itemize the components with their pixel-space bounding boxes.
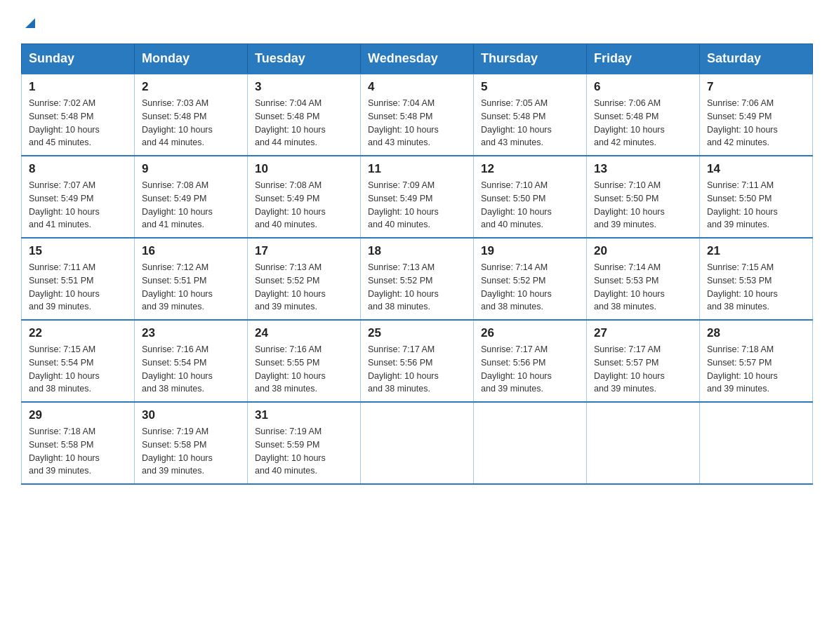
day-number: 10 [255, 162, 353, 176]
day-info: Sunrise: 7:18 AM Sunset: 5:57 PM Dayligh… [707, 343, 805, 396]
day-info: Sunrise: 7:09 AM Sunset: 5:49 PM Dayligh… [368, 179, 466, 232]
day-info: Sunrise: 7:18 AM Sunset: 5:58 PM Dayligh… [29, 425, 127, 478]
day-info: Sunrise: 7:19 AM Sunset: 5:59 PM Dayligh… [255, 425, 353, 478]
day-info: Sunrise: 7:10 AM Sunset: 5:50 PM Dayligh… [481, 179, 579, 232]
day-number: 20 [594, 244, 692, 258]
header-day-sunday: Sunday [22, 44, 135, 74]
day-cell: 1 Sunrise: 7:02 AM Sunset: 5:48 PM Dayli… [22, 74, 135, 156]
week-row-2: 8 Sunrise: 7:07 AM Sunset: 5:49 PM Dayli… [22, 156, 813, 238]
day-cell: 7 Sunrise: 7:06 AM Sunset: 5:49 PM Dayli… [700, 74, 813, 156]
day-number: 19 [481, 244, 579, 258]
day-info: Sunrise: 7:14 AM Sunset: 5:53 PM Dayligh… [594, 261, 692, 314]
day-info: Sunrise: 7:16 AM Sunset: 5:55 PM Dayligh… [255, 343, 353, 396]
day-cell: 12 Sunrise: 7:10 AM Sunset: 5:50 PM Dayl… [474, 156, 587, 238]
day-info: Sunrise: 7:02 AM Sunset: 5:48 PM Dayligh… [29, 97, 127, 149]
header-day-thursday: Thursday [474, 44, 587, 74]
header-day-saturday: Saturday [700, 44, 813, 74]
day-number: 2 [142, 80, 240, 94]
day-number: 5 [481, 80, 579, 94]
header-day-wednesday: Wednesday [361, 44, 474, 74]
day-number: 11 [368, 162, 466, 176]
day-info: Sunrise: 7:10 AM Sunset: 5:50 PM Dayligh… [594, 179, 692, 232]
header-day-friday: Friday [587, 44, 700, 74]
day-info: Sunrise: 7:04 AM Sunset: 5:48 PM Dayligh… [255, 97, 353, 149]
day-cell [700, 402, 813, 484]
day-info: Sunrise: 7:07 AM Sunset: 5:49 PM Dayligh… [29, 179, 127, 232]
day-number: 8 [29, 162, 127, 176]
header-row: SundayMondayTuesdayWednesdayThursdayFrid… [22, 44, 813, 74]
day-info: Sunrise: 7:13 AM Sunset: 5:52 PM Dayligh… [255, 261, 353, 314]
day-cell: 18 Sunrise: 7:13 AM Sunset: 5:52 PM Dayl… [361, 238, 474, 320]
day-info: Sunrise: 7:17 AM Sunset: 5:56 PM Dayligh… [481, 343, 579, 396]
day-number: 1 [29, 80, 127, 94]
day-cell: 3 Sunrise: 7:04 AM Sunset: 5:48 PM Dayli… [248, 74, 361, 156]
day-cell: 19 Sunrise: 7:14 AM Sunset: 5:52 PM Dayl… [474, 238, 587, 320]
day-cell: 6 Sunrise: 7:06 AM Sunset: 5:48 PM Dayli… [587, 74, 700, 156]
day-cell: 26 Sunrise: 7:17 AM Sunset: 5:56 PM Dayl… [474, 320, 587, 402]
day-info: Sunrise: 7:03 AM Sunset: 5:48 PM Dayligh… [142, 97, 240, 149]
day-number: 4 [368, 80, 466, 94]
day-cell: 17 Sunrise: 7:13 AM Sunset: 5:52 PM Dayl… [248, 238, 361, 320]
week-row-4: 22 Sunrise: 7:15 AM Sunset: 5:54 PM Dayl… [22, 320, 813, 402]
day-number: 7 [707, 80, 805, 94]
logo [21, 14, 38, 31]
header-day-tuesday: Tuesday [248, 44, 361, 74]
day-cell: 11 Sunrise: 7:09 AM Sunset: 5:49 PM Dayl… [361, 156, 474, 238]
day-info: Sunrise: 7:15 AM Sunset: 5:53 PM Dayligh… [707, 261, 805, 314]
day-cell: 31 Sunrise: 7:19 AM Sunset: 5:59 PM Dayl… [248, 402, 361, 484]
day-number: 12 [481, 162, 579, 176]
day-cell: 8 Sunrise: 7:07 AM Sunset: 5:49 PM Dayli… [22, 156, 135, 238]
day-number: 14 [707, 162, 805, 176]
day-cell: 4 Sunrise: 7:04 AM Sunset: 5:48 PM Dayli… [361, 74, 474, 156]
day-info: Sunrise: 7:06 AM Sunset: 5:49 PM Dayligh… [707, 97, 805, 149]
logo-triangle-icon [22, 15, 38, 31]
day-info: Sunrise: 7:19 AM Sunset: 5:58 PM Dayligh… [142, 425, 240, 478]
day-number: 22 [29, 326, 127, 340]
day-cell: 16 Sunrise: 7:12 AM Sunset: 5:51 PM Dayl… [135, 238, 248, 320]
day-number: 25 [368, 326, 466, 340]
day-cell: 5 Sunrise: 7:05 AM Sunset: 5:48 PM Dayli… [474, 74, 587, 156]
svg-marker-0 [25, 18, 35, 28]
day-info: Sunrise: 7:11 AM Sunset: 5:51 PM Dayligh… [29, 261, 127, 314]
day-cell: 22 Sunrise: 7:15 AM Sunset: 5:54 PM Dayl… [22, 320, 135, 402]
day-info: Sunrise: 7:06 AM Sunset: 5:48 PM Dayligh… [594, 97, 692, 149]
day-number: 24 [255, 326, 353, 340]
page-header [21, 14, 813, 31]
day-number: 23 [142, 326, 240, 340]
day-cell: 28 Sunrise: 7:18 AM Sunset: 5:57 PM Dayl… [700, 320, 813, 402]
day-cell: 30 Sunrise: 7:19 AM Sunset: 5:58 PM Dayl… [135, 402, 248, 484]
day-info: Sunrise: 7:12 AM Sunset: 5:51 PM Dayligh… [142, 261, 240, 314]
calendar-table: SundayMondayTuesdayWednesdayThursdayFrid… [21, 43, 813, 485]
day-number: 30 [142, 408, 240, 422]
day-number: 31 [255, 408, 353, 422]
day-cell: 25 Sunrise: 7:17 AM Sunset: 5:56 PM Dayl… [361, 320, 474, 402]
day-number: 3 [255, 80, 353, 94]
day-info: Sunrise: 7:05 AM Sunset: 5:48 PM Dayligh… [481, 97, 579, 149]
header-day-monday: Monday [135, 44, 248, 74]
day-info: Sunrise: 7:16 AM Sunset: 5:54 PM Dayligh… [142, 343, 240, 396]
day-cell: 13 Sunrise: 7:10 AM Sunset: 5:50 PM Dayl… [587, 156, 700, 238]
day-number: 17 [255, 244, 353, 258]
day-info: Sunrise: 7:08 AM Sunset: 5:49 PM Dayligh… [142, 179, 240, 232]
day-cell: 20 Sunrise: 7:14 AM Sunset: 5:53 PM Dayl… [587, 238, 700, 320]
day-info: Sunrise: 7:14 AM Sunset: 5:52 PM Dayligh… [481, 261, 579, 314]
day-cell: 10 Sunrise: 7:08 AM Sunset: 5:49 PM Dayl… [248, 156, 361, 238]
day-info: Sunrise: 7:11 AM Sunset: 5:50 PM Dayligh… [707, 179, 805, 232]
week-row-5: 29 Sunrise: 7:18 AM Sunset: 5:58 PM Dayl… [22, 402, 813, 484]
day-cell: 2 Sunrise: 7:03 AM Sunset: 5:48 PM Dayli… [135, 74, 248, 156]
week-row-1: 1 Sunrise: 7:02 AM Sunset: 5:48 PM Dayli… [22, 74, 813, 156]
day-cell: 27 Sunrise: 7:17 AM Sunset: 5:57 PM Dayl… [587, 320, 700, 402]
day-number: 18 [368, 244, 466, 258]
day-number: 9 [142, 162, 240, 176]
day-cell: 21 Sunrise: 7:15 AM Sunset: 5:53 PM Dayl… [700, 238, 813, 320]
day-cell: 23 Sunrise: 7:16 AM Sunset: 5:54 PM Dayl… [135, 320, 248, 402]
day-number: 27 [594, 326, 692, 340]
day-cell [587, 402, 700, 484]
day-number: 6 [594, 80, 692, 94]
day-number: 26 [481, 326, 579, 340]
day-cell: 14 Sunrise: 7:11 AM Sunset: 5:50 PM Dayl… [700, 156, 813, 238]
day-cell: 9 Sunrise: 7:08 AM Sunset: 5:49 PM Dayli… [135, 156, 248, 238]
day-info: Sunrise: 7:04 AM Sunset: 5:48 PM Dayligh… [368, 97, 466, 149]
day-info: Sunrise: 7:15 AM Sunset: 5:54 PM Dayligh… [29, 343, 127, 396]
day-info: Sunrise: 7:08 AM Sunset: 5:49 PM Dayligh… [255, 179, 353, 232]
